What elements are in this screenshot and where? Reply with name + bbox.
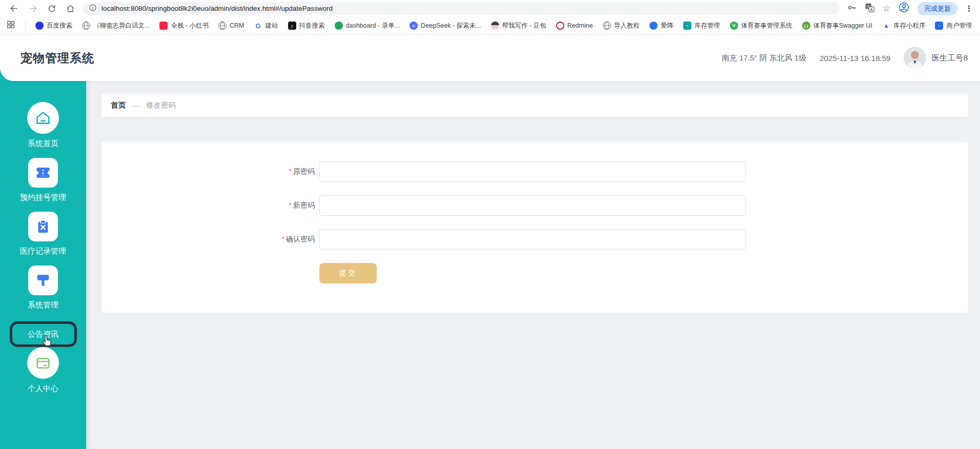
breadcrumb: 首页 — 修改密码 xyxy=(101,94,968,117)
bookmark-item[interactable]: 导入教程 xyxy=(603,22,640,30)
bookmarks-separator xyxy=(25,21,26,30)
chrome-update-button[interactable]: 完成更新 xyxy=(917,2,957,15)
sidebar-item-label: 预约挂号管理 xyxy=(20,193,66,202)
weather-text: 南充 17.5° 阴 东北风 1级 xyxy=(722,53,806,63)
form-row: *新密码 xyxy=(268,195,968,216)
old-password-input[interactable] xyxy=(319,161,746,182)
breadcrumb-home[interactable]: 首页 xyxy=(111,100,126,110)
globe-icon xyxy=(603,22,611,30)
globe-icon xyxy=(82,22,90,30)
breadcrumb-current: 修改密码 xyxy=(146,100,176,110)
bookmark-item[interactable]: ▲库存小程序 xyxy=(882,22,926,30)
bookmark-item[interactable]: 爱降 xyxy=(649,22,673,30)
sidebar: 系统首页 预约挂号管理 医疗记录管理 系统管理 公 xyxy=(0,65,86,449)
sidebar-item-label: 个人中心 xyxy=(28,384,58,394)
bookmark-item[interactable]: 帮我写作 - 豆包 xyxy=(491,22,546,30)
sidebar-item-system-home[interactable]: 系统首页 xyxy=(27,102,59,149)
new-password-input[interactable] xyxy=(319,195,746,216)
bookmark-label: 库存小程序 xyxy=(893,22,926,30)
bookmark-item[interactable]: G建站 xyxy=(254,22,278,30)
home-icon[interactable] xyxy=(66,4,75,13)
bookmark-item[interactable]: ≈DeepSeek - 探索未... xyxy=(410,22,481,30)
bookmark-item[interactable]: ▫商户管理 xyxy=(935,22,972,30)
forward-icon[interactable] xyxy=(28,4,38,13)
button-row: 提交 xyxy=(319,263,968,283)
address-bar[interactable]: localhost:8080/springboot8k2i0euo/admin/… xyxy=(83,2,840,15)
bookmark-label: 全栈 - 小红书 xyxy=(171,22,209,30)
bookmark-item[interactable]: ▫库存管理 xyxy=(683,22,720,30)
bookmark-star-icon[interactable]: ☆ xyxy=(883,4,890,13)
redmine-icon xyxy=(556,22,564,30)
mouse-cursor-icon xyxy=(40,335,53,350)
bookmark-label: 导入教程 xyxy=(614,22,640,30)
dashboard-icon xyxy=(335,22,343,30)
bookmark-label: 建站 xyxy=(266,22,278,30)
bookmark-item[interactable]: V体育赛事管理系统 xyxy=(730,22,792,30)
profile-icon[interactable] xyxy=(898,2,910,15)
sidebar-item-announcements[interactable]: 公告资讯 xyxy=(10,321,77,347)
submit-button[interactable]: 提交 xyxy=(319,263,377,283)
url-text: localhost:8080/springboot8k2i0euo/admin/… xyxy=(101,5,333,12)
bookmark-item[interactable]: 《聊斋志异白话文... xyxy=(82,22,150,30)
required-asterisk: * xyxy=(282,235,284,243)
sidebar-item-personal-center[interactable]: 个人中心 xyxy=(27,347,59,394)
bookmark-item[interactable]: dashboard - 录单... xyxy=(335,22,400,30)
password-key-icon[interactable] xyxy=(847,3,857,15)
apps-grid-icon[interactable] xyxy=(6,20,15,31)
form-row: *确认密码 xyxy=(268,229,968,250)
sidebar-item-label: 医疗记录管理 xyxy=(20,247,66,256)
bookmark-label: CRM xyxy=(230,22,244,29)
browser-menu-icon[interactable]: ⋮ xyxy=(965,5,973,12)
xiaohongshu-icon xyxy=(159,22,168,30)
svg-text:A: A xyxy=(870,7,873,12)
app-title: 宠物管理系统 xyxy=(21,50,94,66)
sidebar-item-system-management[interactable]: 系统管理 xyxy=(28,266,58,310)
bookmark-item[interactable]: { }体育赛事Swagger UI xyxy=(802,22,872,30)
tiktok-icon: ♪ xyxy=(288,22,296,30)
globe-icon xyxy=(218,22,227,30)
browser-nav-buttons xyxy=(4,4,83,13)
main-content: 首页 — 修改密码 *原密码 *新密码 *确认密码 xyxy=(86,81,980,449)
sidebar-item-medical-records[interactable]: 医疗记录管理 xyxy=(20,212,66,256)
back-icon[interactable] xyxy=(9,4,19,13)
bookmark-label: dashboard - 录单... xyxy=(346,22,400,30)
bookmark-item[interactable]: 百度搜索 xyxy=(35,22,72,30)
sidebar-item-appointment[interactable]: 预约挂号管理 xyxy=(20,158,66,202)
password-form-card: *原密码 *新密码 *确认密码 提交 xyxy=(101,142,968,313)
baidu-icon xyxy=(35,22,44,30)
bookmark-item[interactable]: CRM xyxy=(218,22,244,30)
card-icon xyxy=(27,347,59,379)
update-password-form: *原密码 *新密码 *确认密码 提交 xyxy=(268,142,968,283)
home-icon xyxy=(27,102,59,134)
app-window: 宠物管理系统 南充 17.5° 阴 东北风 1级 2025-11-13 16:1… xyxy=(0,35,980,449)
site-info-icon[interactable] xyxy=(89,4,97,14)
bookmarks-bar: 百度搜索 《聊斋志异白话文... 全栈 - 小红书 CRM G建站 ♪抖音搜索 … xyxy=(0,17,980,35)
aijiang-icon xyxy=(649,22,658,30)
bookmark-label: DeepSeek - 探索未... xyxy=(421,22,481,30)
confirm-password-input[interactable] xyxy=(319,229,746,250)
required-asterisk: * xyxy=(289,167,292,175)
medical-record-icon xyxy=(28,212,58,241)
required-asterisk: * xyxy=(289,201,292,209)
bookmark-label: 爱降 xyxy=(661,22,673,30)
bookmark-label: 《聊斋志异白话文... xyxy=(93,22,150,30)
deepseek-icon: ≈ xyxy=(410,22,418,30)
confirm-password-label: *确认密码 xyxy=(268,235,319,244)
avatar[interactable] xyxy=(904,47,926,69)
bookmark-label: Redmine xyxy=(567,22,593,29)
bookmark-label: 体育赛事管理系统 xyxy=(741,22,792,30)
old-password-label: *原密码 xyxy=(268,167,319,176)
breadcrumb-separator: — xyxy=(132,101,139,110)
toolbar-right: 文A ☆ 完成更新 ⋮ xyxy=(847,2,976,15)
bookmark-label: 体育赛事Swagger UI xyxy=(813,22,872,30)
user-menu[interactable]: 医生工号8 xyxy=(904,47,968,69)
bookmark-item[interactable]: ♪抖音搜索 xyxy=(288,22,325,30)
bookmark-item[interactable]: 全栈 - 小红书 xyxy=(159,22,209,30)
bookmark-label: 抖音搜索 xyxy=(299,22,325,30)
translate-icon[interactable]: 文A xyxy=(865,3,875,15)
bookmark-label: 百度搜索 xyxy=(47,22,72,30)
mini-program-icon: ▲ xyxy=(882,22,890,30)
reload-icon[interactable] xyxy=(47,4,56,13)
bookmark-label: 帮我写作 - 豆包 xyxy=(502,22,546,30)
bookmark-item[interactable]: Redmine xyxy=(556,22,593,30)
